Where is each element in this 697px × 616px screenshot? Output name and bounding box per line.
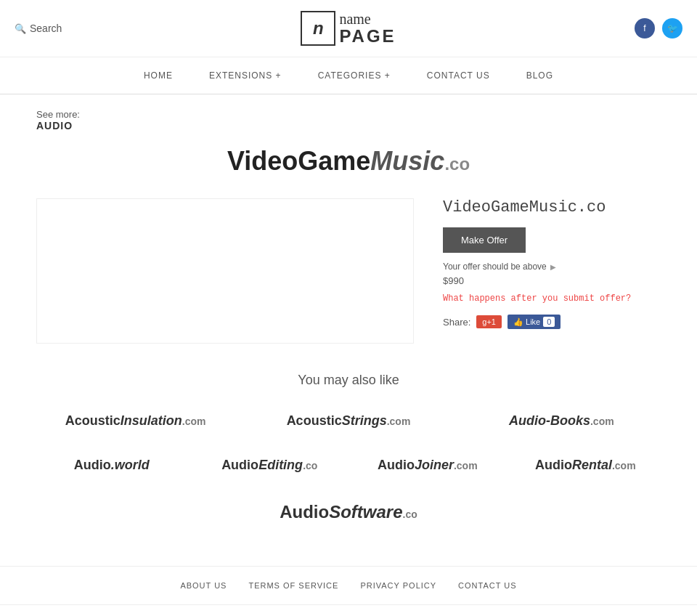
offer-info: Your offer should be above ▶: [443, 262, 661, 272]
see-more-label: See more:: [36, 109, 80, 120]
list-item[interactable]: AudioSoftware.co: [272, 495, 425, 530]
main-section: VideoGameMusic.co Make Offer Your offer …: [36, 198, 661, 344]
see-more-link[interactable]: AUDIO: [36, 120, 661, 131]
footer-about[interactable]: ABOUT US: [180, 581, 227, 590]
arrow-icon: ▶: [550, 263, 556, 271]
footer-terms[interactable]: TERMS OF SERVICE: [248, 581, 338, 590]
you-may-title: You may also like: [36, 373, 661, 388]
list-item[interactable]: AudioEditing.co: [195, 450, 346, 480]
domain-row-1: AcousticInsulation.com AcousticStrings.c…: [36, 406, 661, 436]
nav-contact[interactable]: CONTACT US: [409, 57, 508, 94]
see-more: See more: AUDIO: [36, 109, 661, 131]
make-offer-button[interactable]: Make Offer: [443, 227, 526, 253]
footer-copy: © 2017 Namepage.: [0, 605, 697, 616]
list-item[interactable]: AudioRental.com: [510, 450, 661, 480]
logo-box: n: [301, 11, 335, 46]
domain-logo-area: VideoGameMusic.co: [36, 146, 661, 177]
logo[interactable]: n name PAGE: [301, 11, 396, 46]
nav-categories[interactable]: CATEGORIES +: [300, 57, 409, 94]
nav-extensions[interactable]: EXTENSIONS +: [191, 57, 300, 94]
share-row: Share: g+1 👍 Like 0: [443, 315, 661, 329]
main-nav: HOME EXTENSIONS + CATEGORIES + CONTACT U…: [0, 57, 697, 94]
search-label[interactable]: Search: [30, 23, 62, 34]
list-item[interactable]: AudioJoiner.com: [352, 450, 503, 480]
social-icons: f 🐦: [635, 18, 682, 38]
search-icon: 🔍: [15, 23, 26, 34]
google-plus-button[interactable]: g+1: [476, 315, 502, 328]
domain-row-3: AudioSoftware.co: [36, 495, 661, 530]
twitter-icon[interactable]: 🐦: [662, 18, 682, 38]
nav-home[interactable]: HOME: [126, 57, 191, 94]
logo-text: name PAGE: [339, 11, 396, 46]
domain-title: VideoGameMusic.co: [443, 198, 661, 216]
main-content: See more: AUDIO VideoGameMusic.co VideoG…: [22, 94, 675, 566]
domain-info-panel: VideoGameMusic.co Make Offer Your offer …: [443, 198, 661, 344]
facebook-like-button[interactable]: 👍 Like 0: [508, 315, 561, 329]
header: 🔍 Search n name PAGE f 🐦: [0, 0, 697, 57]
list-item[interactable]: Audio-Books.com: [462, 406, 661, 436]
list-item[interactable]: AcousticInsulation.com: [36, 406, 235, 436]
facebook-icon[interactable]: f: [635, 18, 655, 38]
nav-blog[interactable]: BLOG: [508, 57, 571, 94]
footer-privacy[interactable]: PRIVACY POLICY: [360, 581, 436, 590]
search-area[interactable]: 🔍 Search: [15, 23, 62, 34]
footer-nav: ABOUT US TERMS OF SERVICE PRIVACY POLICY…: [0, 566, 697, 605]
domain-logo-display: VideoGameMusic.co: [227, 146, 470, 177]
domain-row-2: Audio.world AudioEditing.co AudioJoiner.…: [36, 450, 661, 480]
list-item[interactable]: AcousticStrings.com: [249, 406, 447, 436]
logo-page: PAGE: [339, 27, 396, 46]
share-label: Share:: [443, 317, 470, 328]
offer-amount: $990: [443, 275, 661, 286]
footer-contact[interactable]: CONTACT US: [458, 581, 517, 590]
list-item[interactable]: Audio.world: [36, 450, 187, 480]
logo-name: name: [339, 11, 396, 27]
what-happens-link[interactable]: What happens after you submit offer?: [443, 293, 661, 304]
you-may-also-like: You may also like AcousticInsulation.com…: [36, 373, 661, 530]
domain-image-panel: [36, 198, 414, 344]
